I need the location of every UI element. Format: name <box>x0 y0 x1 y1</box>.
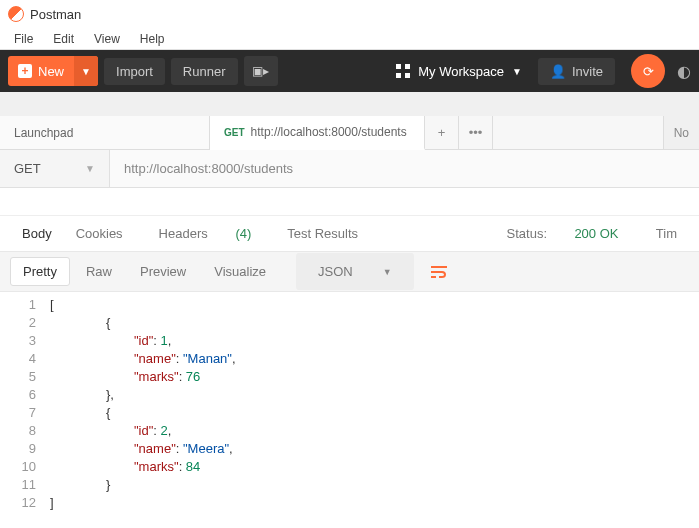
tab-headers[interactable]: Headers (4) <box>135 226 276 241</box>
response-body: 1[ 2{ 3"id": 1, 4"name": "Manan", 5"mark… <box>0 292 699 516</box>
workspace-selector[interactable]: My Workspace ▼ <box>386 64 532 79</box>
view-preview[interactable]: Preview <box>128 258 198 285</box>
app-title: Postman <box>30 7 81 22</box>
import-button[interactable]: Import <box>104 58 165 85</box>
menu-edit[interactable]: Edit <box>43 30 84 48</box>
view-visualize[interactable]: Visualize <box>202 258 278 285</box>
title-bar: Postman <box>0 0 699 28</box>
wrap-icon <box>430 265 448 279</box>
tab-test-results[interactable]: Test Results <box>275 226 370 241</box>
tab-url: http://localhost:8000/students <box>251 125 407 139</box>
status-time: Tim <box>644 226 689 241</box>
sync-button[interactable]: ⟳ <box>631 54 665 88</box>
invite-button[interactable]: 👤 Invite <box>538 58 615 85</box>
request-bar: GET ▼ http://localhost:8000/students <box>0 150 699 188</box>
tab-cookies[interactable]: Cookies <box>64 226 135 241</box>
postman-logo-icon <box>8 6 24 22</box>
environment-selector[interactable]: No <box>663 116 699 149</box>
menu-view[interactable]: View <box>84 30 130 48</box>
workspace-label: My Workspace <box>418 64 504 79</box>
environment-label: No <box>674 126 689 140</box>
response-tabs: Body Cookies Headers (4) Test Results St… <box>0 216 699 252</box>
capture-icon[interactable]: ◐ <box>677 62 691 81</box>
tab-body[interactable]: Body <box>10 226 64 241</box>
menu-help[interactable]: Help <box>130 30 175 48</box>
new-tab-button[interactable]: + <box>425 116 459 149</box>
menu-bar: File Edit View Help <box>0 28 699 50</box>
new-button[interactable]: + New ▼ <box>8 56 98 86</box>
tab-launchpad[interactable]: Launchpad <box>0 116 210 149</box>
chevron-down-icon: ▼ <box>512 66 522 77</box>
format-value: JSON <box>306 258 365 285</box>
view-raw[interactable]: Raw <box>74 258 124 285</box>
tab-headers-label: Headers <box>147 226 220 241</box>
new-dropdown[interactable]: ▼ <box>74 56 98 86</box>
grid-icon <box>396 64 410 78</box>
tab-options-button[interactable]: ••• <box>459 116 493 149</box>
tab-bar: Launchpad GET http://localhost:8000/stud… <box>0 116 699 150</box>
wrap-toggle[interactable] <box>424 259 454 285</box>
capture-button[interactable]: ▣▸ <box>244 56 278 86</box>
method-select[interactable]: GET ▼ <box>0 150 110 187</box>
tab-request[interactable]: GET http://localhost:8000/students <box>210 116 425 150</box>
chevron-down-icon: ▼ <box>371 261 404 283</box>
invite-label: Invite <box>572 64 603 79</box>
plus-icon: + <box>18 64 32 78</box>
sync-icon: ⟳ <box>643 64 654 79</box>
separator <box>0 188 699 216</box>
view-bar: Pretty Raw Preview Visualize JSON ▼ <box>0 252 699 292</box>
chevron-down-icon: ▼ <box>85 163 95 174</box>
status-code: 200 OK <box>562 226 630 241</box>
tab-method: GET <box>224 127 245 138</box>
method-value: GET <box>14 161 41 176</box>
status-label: Status: <box>495 226 559 241</box>
status-area: Status: 200 OK Tim <box>495 226 689 241</box>
person-icon: 👤 <box>550 64 566 79</box>
tab-headers-count: (4) <box>223 226 263 241</box>
main-toolbar: + New ▼ Import Runner ▣▸ My Workspace ▼ … <box>0 50 699 92</box>
url-input[interactable]: http://localhost:8000/students <box>110 150 699 187</box>
view-pretty[interactable]: Pretty <box>10 257 70 286</box>
tab-launchpad-label: Launchpad <box>14 126 73 140</box>
format-select[interactable]: JSON ▼ <box>296 253 414 290</box>
menu-file[interactable]: File <box>4 30 43 48</box>
gray-bar <box>0 92 699 116</box>
runner-button[interactable]: Runner <box>171 58 238 85</box>
new-button-label: New <box>38 64 64 79</box>
